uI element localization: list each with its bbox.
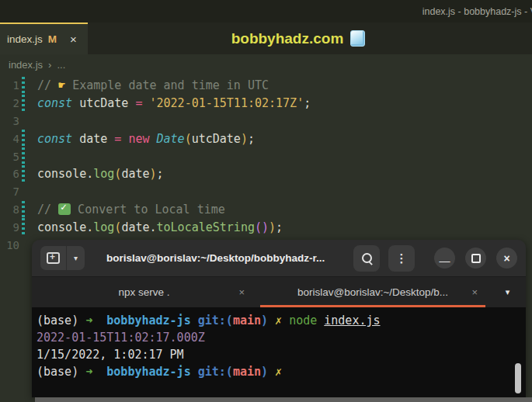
backhand-index-pointing-right-icon	[58, 78, 65, 92]
terminal-line: 1/15/2022, 1:02:17 PM	[37, 346, 526, 363]
code-line-text[interactable]: console.log(date.toLocaleString());	[25, 220, 283, 234]
window-titlebar: index.js - bobbyhadz-js - V	[0, 0, 532, 23]
terminal-actions: ⋮ — ×	[353, 245, 517, 272]
site-banner: bobbyhadz.com	[88, 23, 532, 54]
code-line[interactable]: 9console.log(date.toLocaleString());	[0, 218, 532, 236]
window-controls: — ×	[434, 248, 517, 269]
line-number[interactable]: 10	[0, 239, 19, 251]
code-line[interactable]: 5	[0, 147, 532, 165]
line-number[interactable]: 3	[0, 115, 19, 127]
close-icon: ×	[503, 252, 509, 265]
vscode-window: index.js - bobbyhadz-js - V index.js M ×…	[0, 0, 532, 254]
line-number[interactable]: 9	[0, 221, 19, 234]
code-line[interactable]: 7	[0, 183, 532, 201]
tab-filename: index.js	[7, 33, 43, 45]
line-number[interactable]: 1	[0, 79, 19, 92]
ice-cube-icon	[350, 30, 365, 47]
editor-tab-bar: index.js M × bobbyhadz.com	[0, 23, 532, 54]
git-modified-marker	[22, 147, 25, 165]
maximize-icon	[471, 254, 481, 263]
code-line[interactable]: 3	[0, 113, 532, 130]
chevron-down-icon: ▾	[74, 254, 78, 262]
tab-close-icon[interactable]: ×	[238, 286, 245, 298]
maximize-button[interactable]	[465, 248, 486, 269]
line-number[interactable]: 7	[0, 185, 19, 198]
minimize-icon: —	[440, 255, 450, 266]
terminal-new-tab-split-button: ▾	[40, 246, 85, 270]
search-icon	[362, 253, 372, 263]
terminal-titlebar: ▾ borislav@borislav:~/Desktop/bobbyhadz-…	[32, 240, 526, 276]
line-number[interactable]: 8	[0, 203, 19, 216]
breadcrumb[interactable]: index.js › ...	[0, 54, 532, 75]
line-number[interactable]: 5	[0, 151, 19, 163]
tab-index-js[interactable]: index.js M ×	[0, 23, 88, 54]
terminal-line: 2022-01-15T11:02:17.000Z	[37, 329, 526, 346]
terminal-tab-bar: npx serve . × borislav@borislav:~/Deskto…	[32, 276, 526, 307]
check-mark-button-icon	[58, 203, 71, 215]
terminal-plus-icon	[47, 252, 60, 264]
code-line[interactable]: 4const date = new Date(utcDate);	[0, 130, 532, 147]
tab-close-icon[interactable]: ×	[471, 286, 478, 298]
new-tab-dropdown-button[interactable]: ▾	[67, 246, 85, 270]
terminal-title: borislav@borislav:~/Desktop/bobbyhadz-r.…	[106, 252, 325, 264]
window-title: index.js - bobbyhadz-js - V	[422, 6, 532, 17]
chevron-down-icon: ▾	[506, 287, 510, 297]
code-area[interactable]: 1// Example date and time in UTC2const u…	[0, 75, 532, 254]
kebab-menu-icon: ⋮	[396, 252, 408, 264]
code-line[interactable]: 6console.log(date);	[0, 165, 532, 183]
terminal-window: ▾ borislav@borislav:~/Desktop/bobbyhadz-…	[32, 240, 526, 397]
breadcrumb-file[interactable]: index.js	[9, 59, 43, 71]
code-line-text[interactable]: console.log(date);	[25, 167, 164, 181]
modified-badge: M	[48, 33, 57, 45]
terminal-tab-npx-serve[interactable]: npx serve . ×	[32, 277, 256, 307]
code-line-text[interactable]: const date = new Date(utcDate);	[25, 132, 255, 146]
breadcrumb-collapsed[interactable]: ...	[57, 59, 65, 71]
code-line[interactable]: 8// Convert to Local time	[0, 201, 532, 219]
minimize-button[interactable]: —	[434, 248, 455, 269]
menu-button[interactable]: ⋮	[388, 245, 415, 272]
terminal-window-bottom-edge	[35, 397, 532, 402]
breadcrumb-separator-icon: ›	[48, 59, 51, 71]
tab-list-dropdown-button[interactable]: ▾	[489, 277, 526, 307]
terminal-line: (base) ➜ bobbyhadz-js git:(main) ✗	[37, 363, 526, 380]
code-line-text[interactable]: // Example date and time in UTC	[25, 78, 269, 92]
line-number[interactable]: 4	[0, 133, 19, 145]
terminal-line: (base) ➜ bobbyhadz-js git:(main) ✗ node …	[37, 312, 526, 329]
git-modified-marker	[22, 113, 25, 130]
code-line-text[interactable]: // Convert to Local time	[25, 203, 225, 217]
terminal-tab-label: npx serve .	[118, 286, 169, 298]
git-modified-marker	[22, 236, 25, 254]
git-modified-marker	[22, 183, 25, 201]
code-line[interactable]: 2const utcDate = '2022-01-15T11:02:17Z';	[0, 95, 532, 113]
close-button[interactable]: ×	[496, 248, 517, 269]
terminal-tab-borislav[interactable]: borislav@borislav:~/Desktop/b... ×	[256, 277, 489, 307]
terminal-output: (base) ➜ bobbyhadz-js git:(main) ✗ node …	[37, 312, 526, 380]
site-banner-text: bobbyhadz.com	[231, 30, 344, 47]
line-number[interactable]: 2	[0, 97, 19, 109]
search-button[interactable]	[353, 245, 380, 272]
terminal-content[interactable]: (base) ➜ bobbyhadz-js git:(main) ✗ node …	[32, 307, 526, 397]
line-number[interactable]: 6	[0, 168, 19, 180]
new-tab-button[interactable]	[40, 246, 67, 270]
tab-close-icon[interactable]: ×	[70, 33, 77, 46]
terminal-scrollbar-thumb[interactable]	[515, 363, 521, 393]
code-line[interactable]: 1// Example date and time in UTC	[0, 77, 532, 95]
terminal-tab-label: borislav@borislav:~/Desktop/b...	[297, 286, 448, 298]
code-line-text[interactable]: const utcDate = '2022-01-15T11:02:17Z';	[25, 96, 311, 110]
